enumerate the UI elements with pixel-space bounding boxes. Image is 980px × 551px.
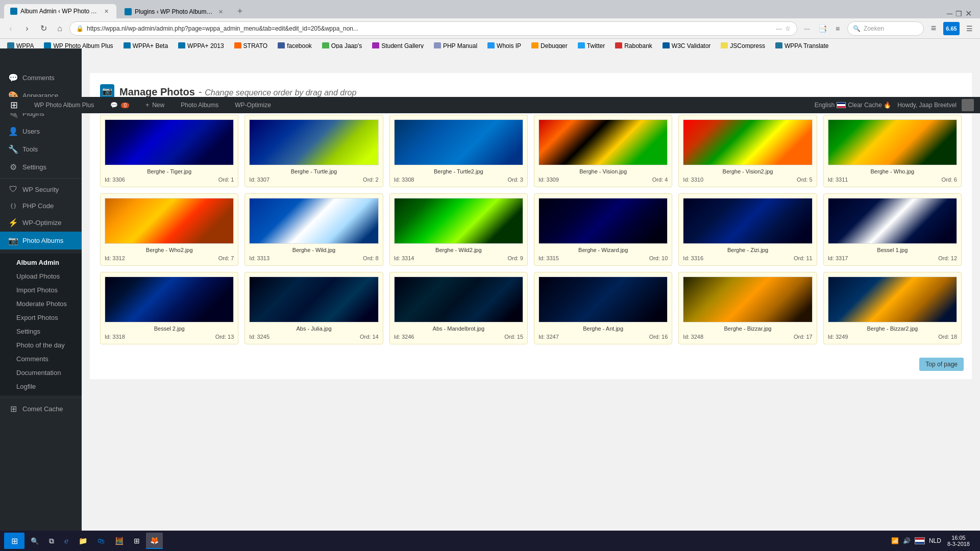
reader-view-icon[interactable]: ≡: [831, 22, 844, 35]
photo-meta: Id: 3315Ord: 10: [538, 255, 668, 261]
photo-card[interactable]: Bessel 1.jpgId: 3317Ord: 12: [823, 193, 962, 266]
menu-dots-button[interactable]: ···: [800, 22, 814, 35]
tab2-close[interactable]: ✕: [217, 8, 225, 16]
toolbar-icons: ··· 📑 ≡: [800, 22, 844, 35]
taskbar-store[interactable]: 🛍: [93, 533, 109, 549]
taskbar-browser-btn[interactable]: 🦊: [146, 533, 163, 549]
taskbar-grid-app[interactable]: ⊞: [130, 533, 144, 549]
taskbar-edge[interactable]: ℯ: [60, 533, 72, 549]
browser-maximize[interactable]: ❐: [955, 10, 962, 18]
app-container: ⊞ WP Photo Album Plus 💬 0 + New Photo Al…: [0, 48, 980, 531]
bookmarks-icon[interactable]: 📑: [816, 22, 829, 35]
photo-card[interactable]: Abs - Julia.jpgId: 3245Ord: 14: [244, 272, 383, 344]
photo-card[interactable]: Berghe - Wild.jpgId: 3313Ord: 8: [244, 193, 383, 266]
home-button[interactable]: ⌂: [53, 22, 66, 35]
taskbar-file-explorer[interactable]: 📁: [75, 533, 91, 549]
photo-card[interactable]: Bessel 2.jpgId: 3318Ord: 13: [100, 272, 238, 344]
taskbar-task-view[interactable]: ⧉: [45, 533, 58, 549]
reader-mode-button[interactable]: ≡: [927, 22, 940, 35]
admin-bar-wp-logo[interactable]: ⊞: [6, 97, 22, 113]
edge-icon: ℯ: [64, 537, 68, 545]
photo-ord: Ord: 6: [941, 177, 957, 183]
photo-card[interactable]: Berghe - Ant.jpgId: 3247Ord: 16: [534, 272, 672, 344]
sidebar-item-comments[interactable]: 💬 Comments: [0, 69, 82, 87]
tab1-close[interactable]: ✕: [103, 7, 110, 15]
sidebar-sub-import-photos[interactable]: Import Photos: [0, 283, 82, 297]
admin-bar-photo-albums[interactable]: Photo Albums: [177, 97, 223, 113]
sidebar-sub-photo-of-the-day[interactable]: Photo of the day: [0, 338, 82, 352]
photo-card[interactable]: Berghe - Bizzar.jpgId: 3248Ord: 17: [678, 272, 817, 344]
admin-bar-wp-optimize[interactable]: WP-Optimize: [231, 97, 275, 113]
tab2-favicon: [125, 8, 132, 15]
photo-card[interactable]: Berghe - Tiger.jpgId: 3306Ord: 1: [100, 115, 238, 187]
forward-button[interactable]: ›: [20, 22, 34, 35]
sidebar-sub-documentation[interactable]: Documentation: [0, 366, 82, 380]
sidebar-sub-upload-photos[interactable]: Upload Photos: [0, 269, 82, 283]
photo-meta: Id: 3312Ord: 7: [105, 255, 234, 261]
photo-ord: Ord: 13: [215, 334, 234, 340]
admin-bar-comments[interactable]: 💬 0: [106, 97, 133, 113]
address-menu-icon[interactable]: ···: [776, 24, 782, 33]
photo-card[interactable]: Berghe - Zizi.jpgId: 3316Ord: 11: [678, 193, 817, 266]
language-text[interactable]: English: [815, 102, 835, 109]
windows-logo-icon: ⊞: [11, 536, 18, 546]
photo-card[interactable]: Berghe - Vision2.jpgId: 3310Ord: 5: [678, 115, 817, 187]
browser-menu-button[interactable]: ☰: [963, 22, 976, 35]
search-bar[interactable]: 🔍 Zoeken: [847, 21, 924, 36]
taskbar-search-button[interactable]: 🔍: [27, 533, 43, 549]
admin-bar-site-name[interactable]: WP Photo Album Plus: [30, 97, 98, 113]
new-tab-button[interactable]: +: [233, 4, 247, 18]
photo-thumbnail: [249, 198, 378, 244]
top-of-page-button[interactable]: Top of page: [919, 358, 964, 371]
browser-minimize[interactable]: ─: [947, 9, 952, 18]
start-button[interactable]: ⊞: [4, 533, 24, 549]
sidebar-item-wp-security[interactable]: 🛡 WP Security: [0, 181, 82, 198]
photo-id: Id: 3306: [105, 177, 125, 183]
reload-button[interactable]: ↻: [37, 22, 50, 35]
taskbar-calculator[interactable]: 🧮: [111, 533, 128, 549]
photo-meta: Id: 3310Ord: 5: [683, 177, 812, 183]
tab1-label: Album Admin ‹ WP Photo Albu...: [20, 8, 100, 15]
sidebar-item-wp-optimize[interactable]: ⚡ WP-Optimize: [0, 214, 82, 232]
admin-bar-new[interactable]: + New: [141, 97, 168, 113]
sidebar-sub-moderate-photos[interactable]: Moderate Photos: [0, 297, 82, 311]
sidebar-item-users[interactable]: 👤 Users: [0, 122, 82, 140]
sidebar-item-settings[interactable]: ⚙ Settings: [0, 158, 82, 176]
photo-card[interactable]: Berghe - Who.jpgId: 3311Ord: 6: [823, 115, 962, 187]
tab-1[interactable]: Album Admin ‹ WP Photo Albu... ✕: [4, 4, 116, 18]
sidebar-item-tools[interactable]: 🔧 Tools: [0, 140, 82, 158]
tab-2[interactable]: Plugins ‹ WP Photo Album Plu... ✕: [118, 5, 231, 18]
network-icon[interactable]: 📶: [891, 537, 899, 544]
photo-card[interactable]: Berghe - Who2.jpgId: 3312Ord: 7: [100, 193, 238, 266]
photo-card[interactable]: Berghe - Turtle.jpgId: 3307Ord: 2: [244, 115, 383, 187]
sidebar-sub-settings[interactable]: Settings: [0, 324, 82, 338]
photo-card[interactable]: Berghe - Wild2.jpgId: 3314Ord: 9: [389, 193, 528, 266]
photo-meta: Id: 3245Ord: 14: [249, 334, 378, 340]
photo-meta: Id: 3247Ord: 16: [538, 334, 668, 340]
sidebar-item-comet-cache[interactable]: ⊞ Comet Cache: [0, 400, 82, 418]
browser-close[interactable]: ✕: [965, 9, 972, 18]
badge-icon[interactable]: 6.65: [943, 22, 960, 35]
sidebar-sub-export-photos[interactable]: Export Photos: [0, 311, 82, 324]
sidebar-sub-logfile[interactable]: Logfile: [0, 380, 82, 393]
sidebar-item-photo-albums[interactable]: 📷 Photo Albums: [0, 232, 82, 249]
photo-name: Berghe - Vision.jpg: [538, 168, 668, 174]
sidebar-item-php-code[interactable]: {} PHP Code: [0, 198, 82, 214]
photo-card[interactable]: Berghe - Bizzar2.jpgId: 3249Ord: 18: [823, 272, 962, 344]
photo-ord: Ord: 8: [363, 255, 379, 261]
photo-card[interactable]: Berghe - Vision.jpgId: 3309Ord: 4: [534, 115, 672, 187]
photo-grid: Berghe - Tiger.jpgId: 3306Ord: 1Berghe -…: [100, 115, 962, 344]
photo-card[interactable]: Abs - Mandelbrot.jpgId: 3246Ord: 15: [389, 272, 528, 344]
photo-id: Id: 3318: [105, 334, 125, 340]
photo-name: Berghe - Turtle2.jpg: [394, 168, 523, 174]
star-icon[interactable]: ☆: [785, 25, 791, 32]
back-button[interactable]: ‹: [4, 22, 17, 35]
taskbar-clock[interactable]: 16:05 8-3-2018: [947, 535, 970, 547]
sidebar-sub-comments[interactable]: Comments: [0, 352, 82, 366]
photo-card[interactable]: Berghe - Wizard.jpgId: 3315Ord: 10: [534, 193, 672, 266]
volume-icon[interactable]: 🔊: [903, 537, 911, 544]
address-bar[interactable]: 🔒 https://wppa.nl/wp-admin/admin.php?pag…: [69, 21, 797, 36]
photo-card[interactable]: Berghe - Turtle2.jpgId: 3308Ord: 3: [389, 115, 528, 187]
sidebar-sub-album-admin[interactable]: Album Admin: [0, 256, 82, 269]
clear-cache-btn[interactable]: Clear Cache 🔥: [848, 102, 891, 109]
